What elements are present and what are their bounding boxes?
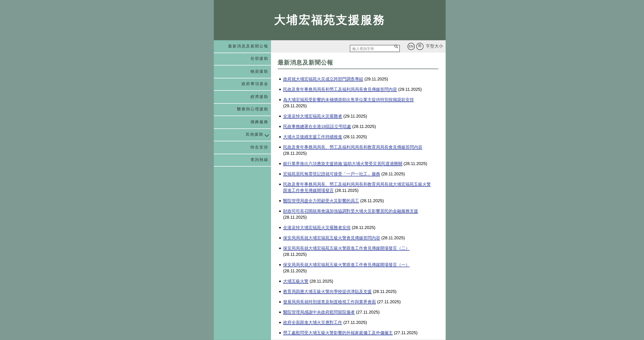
sidebar-item-7[interactable]: 其他援助 xyxy=(214,129,271,141)
body-row: 最新消息及新聞公報住宿援助物資援助政府專項基金經濟援助醫療與心理援助殯葬服務其他… xyxy=(214,40,446,340)
news-link[interactable]: 大埔五級火警 xyxy=(283,279,308,283)
news-date: (28.11.2025) xyxy=(283,268,307,273)
sidebar: 最新消息及新聞公報住宿援助物資援助政府專項基金經濟援助醫療與心理援助殯葬服務其他… xyxy=(214,40,271,340)
news-link[interactable]: 全港哀悼大埔宏福苑火災罹難者安排 xyxy=(283,225,350,230)
sidebar-item-3[interactable]: 政府專項基金 xyxy=(214,78,271,91)
news-item: 宏福苑居民無需登記證就可接受「一戶一社工」服務 (28.11.2025) xyxy=(278,171,432,177)
news-item: 全港哀悼大埔宏福苑火災罹難者安排 (28.11.2025) xyxy=(278,225,432,231)
sidebar-item-label: 住宿援助 xyxy=(250,56,268,62)
news-link[interactable]: 民政及青年事務局局長、勞工及福利局局長和教育局局長會見傳媒答問內容 xyxy=(283,145,422,149)
news-link[interactable]: 保安局局長就大埔宏福苑五級火警會見傳媒答問內容 xyxy=(283,235,380,240)
search-icon[interactable] xyxy=(394,44,398,48)
news-date: (27.11.2025) xyxy=(344,320,367,325)
toolbar: EN 简 字型大小 xyxy=(271,40,446,52)
news-link[interactable]: 教育局因應大埔五級火警向學校提供津貼及支援 xyxy=(283,289,372,294)
news-item: 醫院管理局感謝中央政府慰問留院傷者 (27.11.2025) xyxy=(278,309,432,315)
news-link[interactable]: 全港哀悼大埔宏福苑火災罹難者 xyxy=(283,114,342,118)
news-item: 民政及青年事務局局長和勞工及福利局局長會見傳媒答問內容 (29.11.2025) xyxy=(278,86,432,93)
news-link[interactable]: 民政及青年事務局局長和勞工及福利局局長會見傳媒答問內容 xyxy=(283,87,397,92)
news-item: 保安局局長就大埔宏福苑五級火警會見傳媒答問內容 (28.11.2025) xyxy=(278,235,432,241)
news-item: 銀行業界推出六項應急支援措施 協助大埔火警受災居民渡過難關 (28.11.202… xyxy=(278,161,432,167)
content: 最新消息及新聞公報 政府就大埔宏福苑火災成立跨部門調查專組 (29.11.202… xyxy=(271,52,446,340)
sidebar-item-6[interactable]: 殯葬服務 xyxy=(214,116,271,129)
sidebar-item-label: 醫療與心理援助 xyxy=(237,107,268,112)
news-date: (27.11.2025) xyxy=(356,310,380,314)
news-link[interactable]: 政府全面跟進大埔火災應對工作 xyxy=(283,320,342,325)
font-size-control[interactable]: 字型大小 xyxy=(426,44,443,49)
news-date: (28.11.2025) xyxy=(381,235,405,240)
news-list: 政府就大埔宏福苑火災成立跨部門調查專組 (29.11.2025)民政及青年事務局… xyxy=(278,76,432,336)
news-link[interactable]: 保安局局長就大埔宏福苑五級火警跟進工作會見傳媒開場發言（一） xyxy=(283,262,410,267)
sidebar-item-label: 殯葬服務 xyxy=(250,120,268,125)
news-item: 全港哀悼大埔宏福苑火災罹難者 (29.11.2025) xyxy=(278,113,432,119)
sidebar-menu: 最新消息及新聞公報住宿援助物資援助政府專項基金經濟援助醫療與心理援助殯葬服務其他… xyxy=(214,40,271,167)
sidebar-item-label: 其他援助 xyxy=(246,132,264,137)
main-area: EN 简 字型大小 最新消息及新聞公報 政府就大埔宏福苑火災成立跨部門調查專組 … xyxy=(271,40,446,340)
news-link[interactable]: 銀行業界推出六項應急支援措施 協助大埔火警受災居民渡過難關 xyxy=(283,161,402,166)
section-heading: 最新消息及新聞公報 xyxy=(278,59,438,69)
news-link[interactable]: 大埔火災後續支援工作持續推進 xyxy=(283,134,342,139)
news-link[interactable]: 醫院管理局感謝中央政府慰問留院傷者 xyxy=(283,310,355,314)
sidebar-item-label: 經濟援助 xyxy=(250,94,268,99)
news-date: (29.11.2025) xyxy=(283,103,307,108)
news-item: 保安局局長就大埔宏福苑五級火警跟進工作會見傳媒開場發言（二） (28.11.20… xyxy=(278,245,432,258)
news-item: 勞工處慰問受大埔五級火警影響的外籍家庭傭工及外傭僱主 (27.11.2025) xyxy=(278,330,432,336)
news-date: (28.11.2025) xyxy=(352,225,375,230)
news-link[interactable]: 為大埔宏福苑受影響的未補價資助出售單位業主提供特別按揭貸款安排 xyxy=(283,97,414,102)
sidebar-item-label: 最新消息及新聞公報 xyxy=(228,44,268,49)
news-link[interactable]: 保安局局長就大埔宏福苑五級火警跟進工作會見傳媒開場發言（二） xyxy=(283,246,410,250)
news-item: 民政及青年事務局局長、勞工及福利局局長和教育局局長會見傳媒答問內容 (28.11… xyxy=(278,144,432,157)
news-item: 發展局局長就特別巡查及制度檢視工作與業界會面 (27.11.2025) xyxy=(278,299,432,305)
sidebar-item-9[interactable]: 查詢熱線 xyxy=(214,154,271,167)
language-en-button[interactable]: EN xyxy=(408,43,414,50)
news-item: 教育局因應大埔五級火警向學校提供津貼及支援 (28.11.2025) xyxy=(278,288,432,295)
news-item: 政府就大埔宏福苑火災成立跨部門調查專組 (29.11.2025) xyxy=(278,76,432,82)
news-date: (28.11.2025) xyxy=(352,124,376,129)
news-item: 民政事務總署在全港18區設立弔唁處 (28.11.2025) xyxy=(278,124,432,130)
news-item: 大埔五級火警 (28.11.2025) xyxy=(278,278,432,284)
news-item: 保安局局長就大埔宏福苑五級火警跟進工作會見傳媒開場發言（一） (28.11.20… xyxy=(278,262,432,274)
language-simplified-button[interactable]: 简 xyxy=(416,43,423,50)
sidebar-item-4[interactable]: 經濟援助 xyxy=(214,91,271,103)
news-date: (29.11.2025) xyxy=(344,114,367,118)
canvas: 大埔宏福苑支援服務 最新消息及新聞公報住宿援助物資援助政府專項基金經濟援助醫療與… xyxy=(0,0,644,340)
sidebar-item-2[interactable]: 物資援助 xyxy=(214,66,271,78)
sidebar-item-5[interactable]: 醫療與心理援助 xyxy=(214,103,271,116)
sidebar-item-0[interactable]: 最新消息及新聞公報 xyxy=(214,40,271,53)
sidebar-item-1[interactable]: 住宿援助 xyxy=(214,53,271,66)
news-date: (28.11.2025) xyxy=(344,134,367,139)
sidebar-item-label: 政府專項基金 xyxy=(242,82,268,87)
news-date: (28.11.2025) xyxy=(373,289,396,294)
news-date: (28.11.2025) xyxy=(283,252,307,257)
news-link[interactable]: 政府就大埔宏福苑火災成立跨部門調查專組 xyxy=(283,77,363,81)
news-link[interactable]: 民政事務總署在全港18區設立弔唁處 xyxy=(283,124,351,129)
page-header: 大埔宏福苑支援服務 xyxy=(214,0,446,40)
news-link[interactable]: 發展局局長就特別巡查及制度檢視工作與業界會面 xyxy=(283,299,376,304)
news-item: 政府全面跟進大埔火災應對工作 (27.11.2025) xyxy=(278,319,432,326)
news-date: (27.11.2025) xyxy=(394,330,418,335)
news-link[interactable]: 宏福苑居民無需登記證就可接受「一戶一社工」服務 xyxy=(283,171,380,176)
news-date: (28.11.2025) xyxy=(381,171,405,176)
news-date: (29.11.2025) xyxy=(364,77,388,81)
news-item: 大埔火災後續支援工作持續推進 (28.11.2025) xyxy=(278,134,432,140)
news-date: (28.11.2025) xyxy=(310,279,333,283)
sidebar-item-label: 悼念安排 xyxy=(250,145,268,150)
search-input[interactable] xyxy=(350,45,400,52)
news-date: (28.11.2025) xyxy=(283,215,307,219)
sidebar-item-label: 查詢熱線 xyxy=(250,157,268,163)
news-link[interactable]: 醫院管理局盡全力照顧受火災影響的員工 xyxy=(283,198,359,203)
chevron-down-icon xyxy=(264,132,268,136)
news-date: (28.11.2025) xyxy=(283,151,307,156)
news-item: 財政司司長召開統籌會議加強協調對受大埔火災影響居民的金融服務支援 (28.11.… xyxy=(278,208,432,220)
news-date: (28.11.2025) xyxy=(360,198,384,203)
sidebar-item-label: 物資援助 xyxy=(250,69,268,74)
news-link[interactable]: 勞工處慰問受大埔五級火警影響的外籍家庭傭工及外傭僱主 xyxy=(283,330,393,335)
news-date: (27.11.2025) xyxy=(377,299,401,304)
page: 大埔宏福苑支援服務 最新消息及新聞公報住宿援助物資援助政府專項基金經濟援助醫療與… xyxy=(214,0,446,340)
news-date: (28.11.2025) xyxy=(404,161,427,166)
news-item: 民政及青年事務局局長、勞工及福利局局長和教育局局長就大埔宏福苑五級火警跟進工作會… xyxy=(278,181,432,194)
sidebar-item-8[interactable]: 悼念安排 xyxy=(214,141,271,154)
news-date: (29.11.2025) xyxy=(398,87,422,92)
news-link[interactable]: 財政司司長召開統籌會議加強協調對受大埔火災影響居民的金融服務支援 xyxy=(283,209,418,213)
news-date: (28.11.2025) xyxy=(335,188,358,193)
